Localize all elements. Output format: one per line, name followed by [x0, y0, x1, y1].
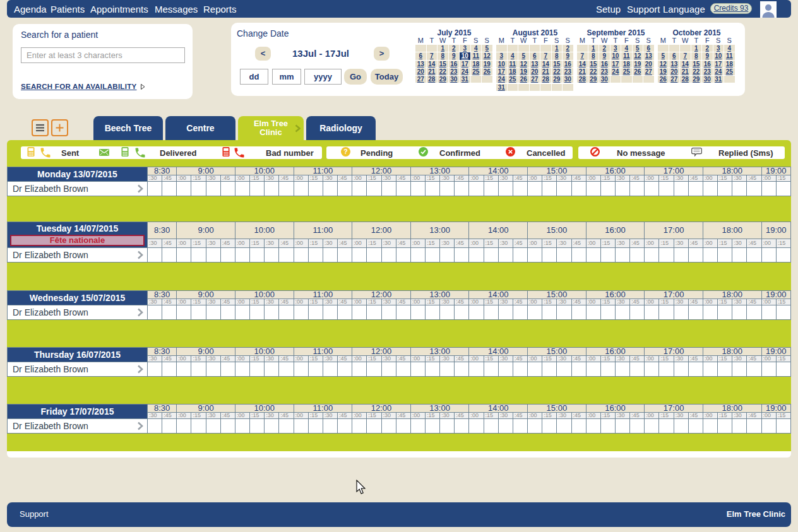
svg-text:?: ?: [343, 148, 347, 155]
